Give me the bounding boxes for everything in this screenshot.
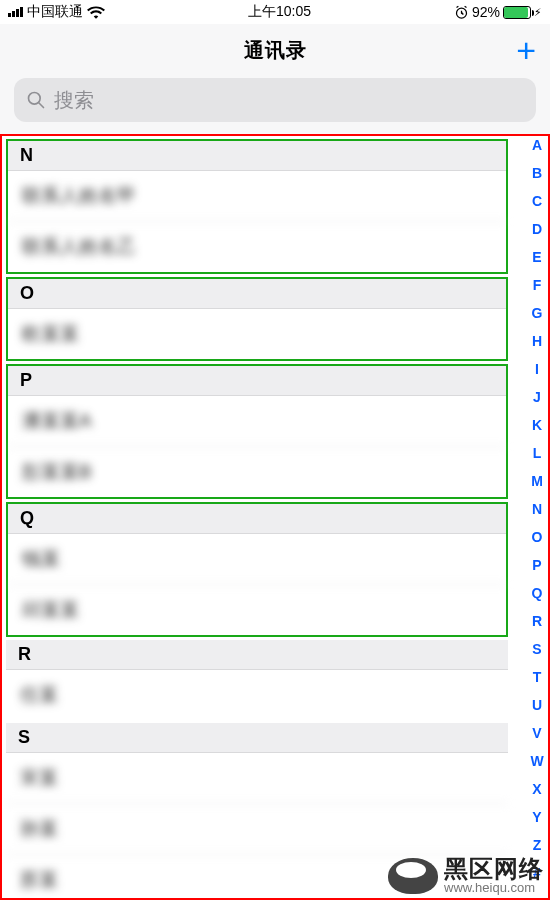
section-N: N联系人姓名甲联系人姓名乙: [6, 139, 508, 274]
index-letter[interactable]: C: [532, 194, 542, 208]
contact-row[interactable]: 联系人姓名乙: [8, 222, 506, 272]
contact-row[interactable]: 任某: [6, 670, 508, 720]
section-Q: Q钱某邱某某: [6, 502, 508, 637]
section-header: S: [6, 723, 508, 753]
index-letter[interactable]: R: [532, 614, 542, 628]
search-icon: [26, 90, 46, 110]
alarm-icon: [454, 5, 469, 20]
index-letter[interactable]: X: [532, 782, 541, 796]
search-wrap: 搜索: [0, 76, 550, 134]
signal-icon: [8, 7, 23, 17]
svg-line-2: [39, 103, 44, 108]
section-P: P潘某某A彭某某B: [6, 364, 508, 499]
index-letter[interactable]: W: [530, 754, 543, 768]
status-right: 92% ⚡︎: [454, 4, 542, 20]
nav-header: 通讯录 +: [0, 24, 550, 76]
status-left: 中国联通: [8, 3, 105, 21]
status-bar: 中国联通 上午10:05 92% ⚡︎: [0, 0, 550, 24]
section-header: N: [8, 141, 506, 171]
wifi-icon: [87, 5, 105, 19]
section-header: R: [6, 640, 508, 670]
index-letter[interactable]: T: [533, 670, 542, 684]
section-R: R任某: [6, 640, 508, 720]
watermark: 黑区网络 www.heiqu.com: [388, 857, 544, 894]
contact-row[interactable]: 潘某某A: [8, 396, 506, 447]
carrier-label: 中国联通: [27, 3, 83, 21]
contact-row[interactable]: 联系人姓名甲: [8, 171, 506, 222]
index-letter[interactable]: E: [532, 250, 541, 264]
status-time: 上午10:05: [248, 3, 311, 21]
battery-icon: [503, 6, 531, 19]
section-header: Q: [8, 504, 506, 534]
index-letter[interactable]: S: [532, 642, 541, 656]
index-letter[interactable]: I: [535, 362, 539, 376]
section-header: P: [8, 366, 506, 396]
index-letter[interactable]: B: [532, 166, 542, 180]
watermark-logo-icon: [388, 858, 438, 894]
index-letter[interactable]: H: [532, 334, 542, 348]
contacts-list[interactable]: N联系人姓名甲联系人姓名乙O欧某某P潘某某A彭某某BQ钱某邱某某R任某S宋某孙某…: [0, 134, 550, 900]
index-letter[interactable]: D: [532, 222, 542, 236]
index-letter[interactable]: N: [532, 502, 542, 516]
search-placeholder: 搜索: [54, 87, 94, 114]
battery-pct: 92%: [472, 4, 500, 20]
contact-row[interactable]: 钱某: [8, 534, 506, 585]
index-letter[interactable]: L: [533, 446, 542, 460]
page-title: 通讯录: [244, 37, 307, 64]
watermark-cn: 黑区网络: [444, 857, 544, 881]
index-letter[interactable]: V: [532, 726, 541, 740]
charging-icon: ⚡︎: [534, 6, 542, 19]
index-letter[interactable]: K: [532, 418, 542, 432]
section-header: O: [8, 279, 506, 309]
contact-row[interactable]: 宋某: [6, 753, 508, 804]
alpha-index[interactable]: ABCDEFGHIJKLMNOPQRSTUVWXYZ#: [526, 138, 548, 880]
search-input[interactable]: 搜索: [14, 78, 536, 122]
index-letter[interactable]: G: [532, 306, 543, 320]
index-letter[interactable]: Z: [533, 838, 542, 852]
battery-fill: [504, 7, 528, 18]
index-letter[interactable]: P: [532, 558, 541, 572]
contact-row[interactable]: 孙某: [6, 804, 508, 855]
watermark-url: www.heiqu.com: [444, 881, 544, 894]
index-letter[interactable]: F: [533, 278, 542, 292]
contact-row[interactable]: 欧某某: [8, 309, 506, 359]
index-letter[interactable]: J: [533, 390, 541, 404]
index-letter[interactable]: O: [532, 530, 543, 544]
section-O: O欧某某: [6, 277, 508, 361]
index-letter[interactable]: A: [532, 138, 542, 152]
contact-row[interactable]: 邱某某: [8, 585, 506, 635]
add-contact-button[interactable]: +: [516, 33, 536, 67]
index-letter[interactable]: Y: [532, 810, 541, 824]
index-letter[interactable]: Q: [532, 586, 543, 600]
index-letter[interactable]: U: [532, 698, 542, 712]
contact-row[interactable]: 彭某某B: [8, 447, 506, 497]
index-letter[interactable]: M: [531, 474, 543, 488]
